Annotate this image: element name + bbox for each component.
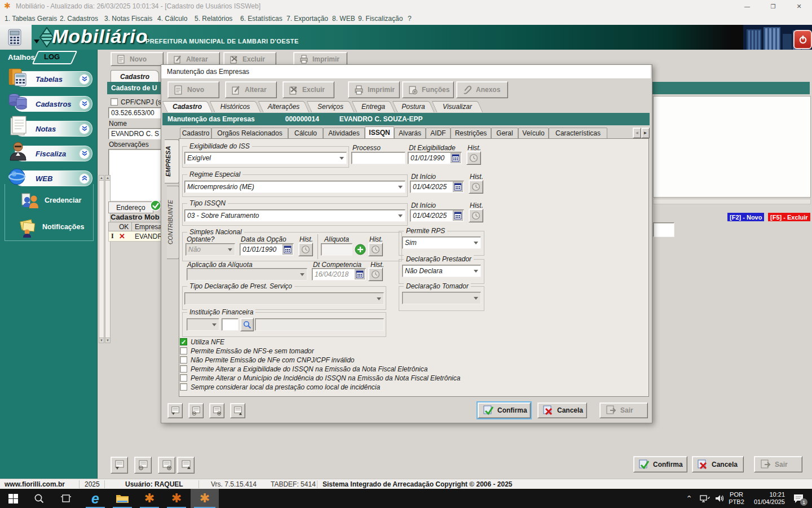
nav-next-record-button[interactable] (158, 457, 175, 474)
inner-tab-orgaos[interactable]: Orgãos Relacionados (211, 128, 288, 138)
close-button[interactable]: ✕ (786, 0, 812, 12)
inner-tab-restricoes[interactable]: Restrições (451, 128, 491, 138)
grid-col-empresa[interactable]: Empresa (135, 223, 162, 231)
exigibilidade-hist-button[interactable] (466, 151, 481, 165)
menu-relatorios[interactable]: 5. Relatórios (195, 15, 232, 23)
taskbar-explorer-button[interactable] (109, 489, 135, 508)
tipo-declaracao-combobox[interactable] (184, 292, 384, 305)
action-center-button[interactable]: 1 (787, 489, 810, 508)
dialog-nav-last-button[interactable] (230, 403, 245, 418)
inner-tab-caracteristicas[interactable]: Características (549, 128, 607, 138)
calendar-icon[interactable] (453, 182, 463, 192)
dialog-tab-historicos[interactable]: Históricos (212, 101, 258, 112)
maximize-button[interactable]: ❐ (760, 0, 786, 12)
menu-fiscalizacao[interactable]: 9. Fiscalização (358, 15, 403, 23)
nav-first-record-button[interactable] (111, 457, 128, 474)
dialog-toolbar-novo-button[interactable]: Novo (167, 81, 219, 98)
dialog-toolbar-anexos-button[interactable]: Anexos (456, 81, 508, 98)
data-opcao-field[interactable]: 01/01/1990 (240, 243, 294, 256)
inner-tab-aidf[interactable]: AIDF (426, 128, 451, 138)
grid-col-ok[interactable]: OK (119, 223, 129, 231)
regime-dt-inicio-field[interactable]: 01/04/2025 (410, 181, 464, 193)
chevron-double-down-icon[interactable] (79, 74, 90, 85)
inner-tab-cadastro[interactable]: Cadastro (180, 128, 211, 138)
task-view-button[interactable] (53, 489, 79, 508)
menu-exportacao[interactable]: 7. Exportação (286, 15, 328, 23)
taskbar-ie-button[interactable]: e (82, 489, 108, 508)
sidebar-log-label[interactable]: LOG (44, 52, 60, 61)
alterar-exigibilidade-checkbox[interactable] (180, 365, 187, 373)
main-toolbar-novo-button[interactable]: Novo (111, 52, 164, 66)
calendar-icon[interactable] (283, 244, 293, 255)
menu-help[interactable]: ? (408, 15, 412, 23)
dialog-tab-cadastro[interactable]: Cadastro (165, 101, 210, 112)
exigibilidade-combobox[interactable]: Exigível (184, 152, 347, 164)
taskbar-app3-button-active[interactable]: ✱ (191, 489, 219, 508)
chevron-double-down-icon[interactable] (79, 124, 90, 134)
inner-tab-alvaras[interactable]: Alvarás (394, 128, 426, 138)
nfe-cnpj-invalido-checkbox[interactable] (180, 356, 187, 364)
nfse-sem-tomador-checkbox[interactable] (180, 347, 187, 354)
dialog-nav-first-button[interactable] (167, 403, 183, 418)
taskbar-search-button[interactable] (26, 489, 52, 508)
taskbar-app1-button[interactable]: ✱ (136, 489, 162, 508)
main-tab-cadastro[interactable]: Cadastro (111, 70, 159, 82)
taskbar-app2-button[interactable]: ✱ (164, 489, 189, 508)
inner-tab-geral[interactable]: Geral (491, 128, 518, 138)
local-prestacao-checkbox[interactable] (180, 383, 187, 391)
dialog-confirma-button[interactable]: Confirma (478, 402, 531, 418)
declaracao-prestador-combobox[interactable]: Não Declara (402, 265, 481, 277)
dt-exigibilidade-field[interactable]: 01/01/1990 (408, 152, 462, 164)
inner-tab-atividades[interactable]: Atividades (323, 128, 365, 138)
chevron-double-down-icon[interactable] (79, 148, 90, 159)
instituicao-codigo-field[interactable] (222, 318, 239, 331)
inner-tab-issqn[interactable]: ISSQN (365, 126, 394, 138)
dialog-tab-alteracoes[interactable]: Alterações (261, 101, 307, 112)
tray-network-button[interactable] (697, 489, 713, 508)
chevron-double-down-icon[interactable] (79, 99, 90, 110)
sidebar-item-credenciar[interactable]: Credenciar (5, 189, 93, 212)
calendar-icon[interactable] (355, 269, 365, 279)
calendar-icon[interactable] (451, 153, 461, 163)
vertical-scrollbar[interactable]: ▲▼ (105, 175, 111, 343)
dialog-toolbar-excluir-button[interactable]: Excluir (283, 81, 334, 98)
inner-tab-veiculo[interactable]: Veículo (518, 128, 549, 138)
cpf-checkbox[interactable] (111, 98, 118, 106)
inner-tab-calculo[interactable]: Cálculo (288, 128, 323, 138)
main-cancela-button[interactable]: Cancela (692, 456, 744, 472)
menu-notas-fiscais[interactable]: 3. Notas Fiscais (104, 15, 152, 23)
dialog-tab-servicos[interactable]: Serviços (309, 101, 352, 112)
dialog-tab-postura[interactable]: Postura (395, 101, 432, 112)
endereco-tab[interactable]: Endereço (108, 202, 153, 213)
dialog-cancela-button[interactable]: Cancela (537, 402, 587, 418)
aliquota-hist-button[interactable] (368, 243, 383, 256)
dialog-tab-entrega[interactable]: Entrega (354, 101, 392, 112)
start-button[interactable] (0, 489, 26, 508)
instituicao-nome-field[interactable] (255, 318, 384, 331)
menu-tabelas-gerais[interactable]: 1. Tabelas Gerais (5, 15, 57, 23)
main-confirma-button[interactable]: Confirma (633, 456, 687, 472)
tray-chevron-button[interactable]: ⌃ (681, 489, 697, 508)
tray-language-indicator[interactable]: POR PTB2 (726, 489, 747, 508)
aliquota-add-button[interactable] (355, 244, 366, 255)
dialog-tab-visualizar[interactable]: Visualizar (434, 101, 480, 112)
simples-hist-button[interactable] (298, 243, 313, 256)
tab-scroll-left-button[interactable]: ◄ (633, 128, 641, 138)
minimize-button[interactable]: — (734, 0, 760, 12)
dialog-nav-next-button[interactable] (209, 403, 224, 418)
dialog-titlebar[interactable]: Manutenção das Empresas (161, 65, 651, 79)
nav-prev-record-button[interactable] (134, 457, 152, 474)
side-tab-contribuinte[interactable]: CONTRIBUINTE (167, 186, 179, 259)
dropdown-triangle-icon[interactable] (34, 40, 39, 46)
dialog-toolbar-alterar-button[interactable]: Alterar (225, 81, 277, 98)
tipo-hist-button[interactable] (469, 209, 483, 222)
sidebar-atalhos-label[interactable]: Atalhos (8, 53, 35, 62)
tipo-issqn-combobox[interactable]: 03 - Sobre Faturamento (184, 209, 405, 222)
instituicao-tipo-combobox[interactable] (187, 318, 219, 331)
chevron-double-up-icon[interactable] (79, 173, 90, 184)
nav-last-record-button[interactable] (177, 457, 195, 474)
optante-combobox[interactable]: Não (186, 243, 235, 256)
side-tab-empresa[interactable]: EMPRESA (165, 139, 179, 183)
menu-cadastros[interactable]: 2. Cadastros (60, 15, 98, 23)
dialog-toolbar-imprimir-button[interactable]: Imprimir (348, 81, 400, 98)
